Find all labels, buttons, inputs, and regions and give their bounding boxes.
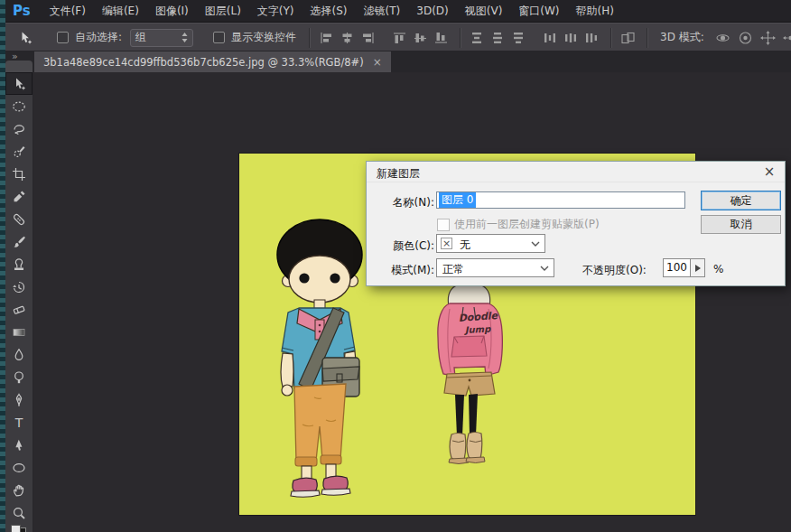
dialog-title: 新建图层 bbox=[377, 166, 420, 182]
healing-brush-tool[interactable] bbox=[5, 208, 33, 230]
gradient-tool[interactable] bbox=[5, 321, 33, 343]
lasso-tool[interactable] bbox=[5, 117, 33, 140]
pen-tool[interactable] bbox=[5, 388, 33, 411]
menu-window[interactable]: 窗口(W) bbox=[510, 0, 567, 22]
boy-character-drawing bbox=[277, 219, 362, 497]
quick-selection-tool[interactable] bbox=[5, 140, 33, 163]
3d-roll-icon[interactable] bbox=[738, 31, 753, 45]
menu-layer[interactable]: 图层(L) bbox=[197, 0, 249, 22]
crop-tool[interactable] bbox=[5, 163, 33, 185]
distribute-top-edges-icon[interactable] bbox=[470, 31, 485, 45]
ellipse-shape-icon bbox=[12, 461, 26, 475]
tools-panel: T bbox=[5, 72, 33, 532]
pen-icon bbox=[12, 393, 26, 407]
3d-orbit-icon[interactable] bbox=[715, 31, 731, 45]
menu-view[interactable]: 视图(V) bbox=[457, 0, 511, 22]
spinner-arrows-icon bbox=[181, 33, 188, 42]
dialog-close-icon[interactable]: × bbox=[761, 163, 777, 180]
3d-pan-icon[interactable] bbox=[760, 31, 776, 45]
eraser-icon bbox=[12, 303, 26, 317]
type-tool[interactable]: T bbox=[5, 411, 33, 434]
align-right-edges-icon[interactable] bbox=[360, 31, 376, 45]
align-left-edges-icon[interactable] bbox=[319, 31, 334, 45]
layer-name-selected-text: 图层 0 bbox=[439, 192, 476, 208]
lasso-icon bbox=[12, 122, 26, 136]
blur-drop-icon bbox=[12, 348, 26, 362]
align-bottom-edges-icon[interactable] bbox=[433, 31, 449, 45]
document-tab-bar: » 3b1a48e89ce14cd99ffbd536b7cb625e.jpg @… bbox=[5, 51, 791, 72]
blur-tool[interactable] bbox=[5, 343, 33, 366]
path-selection-icon bbox=[12, 438, 26, 453]
menu-3d[interactable]: 3D(D) bbox=[408, 0, 456, 22]
show-transform-checkbox[interactable] bbox=[213, 32, 225, 43]
color-swatches[interactable] bbox=[5, 524, 33, 532]
tool-options-bar: 自动选择: 组 显示变换控件 3D 模式: bbox=[5, 23, 791, 52]
move-tool[interactable] bbox=[5, 72, 33, 95]
distribute-vertical-centers-icon[interactable] bbox=[490, 31, 506, 45]
new-layer-dialog: 新建图层 × 名称(N): 图层 0 确定 取消 使用前一图层创建剪贴蒙版(P)… bbox=[366, 161, 786, 286]
menu-file[interactable]: 文件(F) bbox=[42, 0, 94, 22]
auto-select-checkbox[interactable] bbox=[57, 32, 69, 43]
eyedropper-icon bbox=[12, 190, 26, 204]
dodge-icon bbox=[12, 370, 26, 385]
opacity-slider-arrow[interactable] bbox=[690, 258, 705, 277]
hand-tool[interactable] bbox=[5, 479, 33, 501]
separator bbox=[460, 28, 461, 48]
cancel-button[interactable]: 取消 bbox=[701, 215, 781, 234]
dialog-titlebar[interactable]: 新建图层 × bbox=[367, 162, 785, 182]
healing-brush-icon bbox=[12, 212, 26, 227]
blend-mode-select[interactable]: 正常 bbox=[436, 258, 554, 277]
align-vertical-centers-icon[interactable] bbox=[413, 31, 428, 45]
zoom-tool[interactable] bbox=[5, 501, 33, 524]
ellipse-tool[interactable] bbox=[5, 456, 33, 479]
zoom-icon bbox=[12, 506, 26, 520]
brush-tool[interactable] bbox=[5, 230, 33, 253]
distribute-left-edges-icon[interactable] bbox=[543, 31, 558, 45]
auto-align-layers-icon[interactable] bbox=[620, 31, 636, 45]
color-select[interactable]: × 无 bbox=[436, 234, 545, 253]
distribute-horizontal-centers-icon[interactable] bbox=[563, 31, 579, 45]
clipping-mask-checkbox[interactable] bbox=[437, 219, 450, 231]
menu-edit[interactable]: 编辑(E) bbox=[94, 0, 147, 22]
clone-stamp-tool[interactable] bbox=[5, 253, 33, 275]
hand-icon bbox=[12, 483, 26, 498]
move-tool-icon bbox=[12, 77, 26, 91]
elliptical-marquee-tool[interactable] bbox=[5, 95, 33, 117]
separator bbox=[647, 28, 647, 48]
menu-type[interactable]: 文字(Y) bbox=[249, 0, 302, 22]
menu-select[interactable]: 选择(S) bbox=[302, 0, 356, 22]
auto-select-type-dropdown[interactable]: 组 bbox=[130, 29, 193, 47]
clone-stamp-icon bbox=[12, 257, 26, 272]
arrow-right-icon bbox=[695, 265, 701, 272]
distribute-bottom-edges-icon[interactable] bbox=[511, 31, 526, 45]
menu-image[interactable]: 图像(I) bbox=[147, 0, 197, 22]
separator bbox=[610, 28, 611, 48]
name-label: 名称(N): bbox=[383, 195, 434, 210]
girl-character-drawing: Doodle Jump bbox=[438, 282, 502, 464]
separator bbox=[309, 28, 310, 48]
path-selection-tool[interactable] bbox=[5, 434, 33, 456]
color-value: 无 bbox=[460, 238, 470, 253]
clipping-mask-label: 使用前一图层创建剪贴蒙版(P) bbox=[454, 217, 600, 232]
eyedropper-tool[interactable] bbox=[5, 185, 33, 208]
mode-label: 模式(M): bbox=[383, 263, 434, 278]
menu-filter[interactable]: 滤镜(T) bbox=[356, 0, 409, 22]
document-tab[interactable]: 3b1a48e89ce14cd99ffbd536b7cb625e.jpg @ 3… bbox=[34, 51, 391, 72]
chevron-down-icon bbox=[531, 241, 540, 247]
opacity-input[interactable]: 100 bbox=[663, 258, 691, 277]
show-transform-label: 显示变换控件 bbox=[231, 30, 296, 45]
align-top-edges-icon[interactable] bbox=[392, 31, 407, 45]
dodge-tool[interactable] bbox=[5, 366, 33, 388]
distribute-right-edges-icon[interactable] bbox=[584, 31, 600, 45]
menu-help[interactable]: 帮助(H) bbox=[568, 0, 622, 22]
3d-slide-icon[interactable] bbox=[783, 31, 791, 45]
align-horizontal-centers-icon[interactable] bbox=[340, 31, 355, 45]
eraser-tool[interactable] bbox=[5, 298, 33, 321]
gradient-icon bbox=[12, 325, 26, 340]
ok-button[interactable]: 确定 bbox=[701, 191, 781, 210]
tab-close-icon[interactable]: × bbox=[373, 56, 382, 69]
tool-panel-cap bbox=[5, 61, 33, 72]
color-label: 颜色(C): bbox=[383, 238, 434, 254]
history-brush-tool[interactable] bbox=[5, 275, 33, 298]
layer-name-input[interactable]: 图层 0 bbox=[436, 191, 685, 209]
